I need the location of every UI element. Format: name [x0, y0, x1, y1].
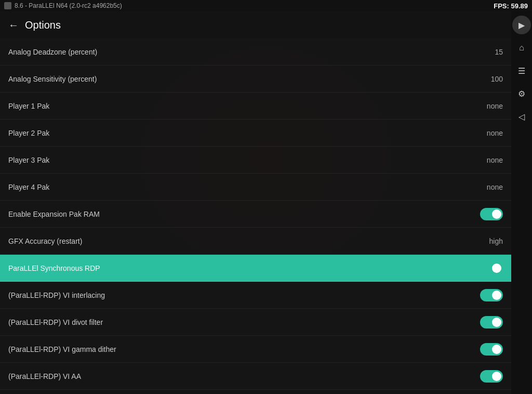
- right-sidebar: ▶⌂☰⚙◁: [511, 11, 532, 394]
- option-row-player1-pak[interactable]: Player 1 Paknone: [0, 93, 511, 120]
- sidebar-btn-back-nav[interactable]: ◁: [512, 107, 531, 126]
- option-value-player4-pak: none: [472, 183, 503, 191]
- option-value-gfx-accuracy: high: [472, 237, 503, 245]
- option-label-player2-pak: Player 2 Pak: [8, 129, 49, 137]
- option-row-player3-pak[interactable]: Player 3 Paknone: [0, 147, 511, 174]
- option-row-vi-aa[interactable]: (ParaLLEl-RDP) VI AA: [0, 363, 511, 390]
- option-label-gfx-accuracy: GFX Accuracy (restart): [8, 237, 82, 245]
- option-label-player3-pak: Player 3 Pak: [8, 156, 49, 164]
- option-label-player4-pak: Player 4 Pak: [8, 183, 49, 191]
- option-value-player3-pak: none: [472, 156, 503, 164]
- sidebar-btn-list[interactable]: ☰: [512, 61, 531, 80]
- option-value-player1-pak: none: [472, 102, 503, 110]
- option-row-analog-sensitivity[interactable]: Analog Sensitivity (percent)100: [0, 65, 511, 93]
- toggle-vi-gamma[interactable]: [480, 343, 503, 356]
- option-row-analog-deadzone[interactable]: Analog Deadzone (percent)15: [0, 38, 511, 65]
- option-value-analog-sensitivity: 100: [472, 75, 503, 83]
- option-label-vi-aa: (ParaLLEl-RDP) VI AA: [8, 372, 81, 380]
- option-label-analog-sensitivity: Analog Sensitivity (percent): [8, 75, 97, 83]
- option-label-vi-gamma: (ParaLLEl-RDP) VI gamma dither: [8, 345, 116, 353]
- main-area: ← Options Analog Deadzone (percent)15Ana…: [0, 11, 532, 394]
- option-row-expansion-pak[interactable]: Enable Expansion Pak RAM: [0, 201, 511, 228]
- option-row-vi-gamma[interactable]: (ParaLLEl-RDP) VI gamma dither: [0, 336, 511, 363]
- option-value-analog-deadzone: 15: [472, 48, 503, 56]
- app-icon: [4, 2, 11, 9]
- options-list: Analog Deadzone (percent)15Analog Sensit…: [0, 38, 511, 394]
- option-label-vi-divot: (ParaLLEl-RDP) VI divot filter: [8, 318, 103, 326]
- toggle-vi-interlacing[interactable]: [480, 289, 503, 301]
- option-label-vi-interlacing: (ParaLLEl-RDP) VI interlacing: [8, 291, 105, 299]
- app-title: 8.6 - ParaLLEl N64 (2.0-rc2 a4962b5c): [15, 2, 122, 9]
- option-label-player1-pak: Player 1 Pak: [8, 102, 49, 110]
- option-row-gfx-accuracy[interactable]: GFX Accuracy (restart)high: [0, 228, 511, 255]
- fps-counter: FPS: 59.89: [494, 2, 528, 10]
- options-panel: ← Options Analog Deadzone (percent)15Ana…: [0, 11, 511, 394]
- title-bar-left: 8.6 - ParaLLEl N64 (2.0-rc2 a4962b5c): [4, 2, 122, 9]
- title-bar: 8.6 - ParaLLEl N64 (2.0-rc2 a4962b5c) FP…: [0, 0, 532, 11]
- sidebar-btn-gear[interactable]: ⚙: [512, 84, 531, 103]
- option-row-vi-bilinear[interactable]: (ParaLLEl-RDP) VI bilinear: [0, 390, 511, 394]
- option-row-parallei-sync-rdp[interactable]: ParaLLEl Synchronous RDP: [0, 255, 511, 282]
- toggle-expansion-pak[interactable]: [480, 208, 503, 220]
- option-row-player2-pak[interactable]: Player 2 Paknone: [0, 120, 511, 147]
- toggle-vi-aa[interactable]: [480, 370, 503, 383]
- option-row-vi-divot[interactable]: (ParaLLEl-RDP) VI divot filter: [0, 309, 511, 336]
- sidebar-btn-play[interactable]: ▶: [512, 16, 531, 34]
- toggle-parallei-sync-rdp[interactable]: [480, 262, 503, 274]
- option-label-parallei-sync-rdp: ParaLLEl Synchronous RDP: [8, 264, 100, 272]
- option-row-player4-pak[interactable]: Player 4 Paknone: [0, 174, 511, 201]
- option-label-expansion-pak: Enable Expansion Pak RAM: [8, 210, 100, 218]
- option-label-analog-deadzone: Analog Deadzone (percent): [8, 48, 97, 56]
- sidebar-btn-home[interactable]: ⌂: [512, 38, 531, 57]
- page-title: Options: [25, 19, 61, 31]
- toggle-vi-divot[interactable]: [480, 316, 503, 329]
- options-header: ← Options: [0, 11, 511, 38]
- option-value-player2-pak: none: [472, 129, 503, 137]
- option-row-vi-interlacing[interactable]: (ParaLLEl-RDP) VI interlacing: [0, 282, 511, 309]
- back-button[interactable]: ←: [8, 19, 19, 31]
